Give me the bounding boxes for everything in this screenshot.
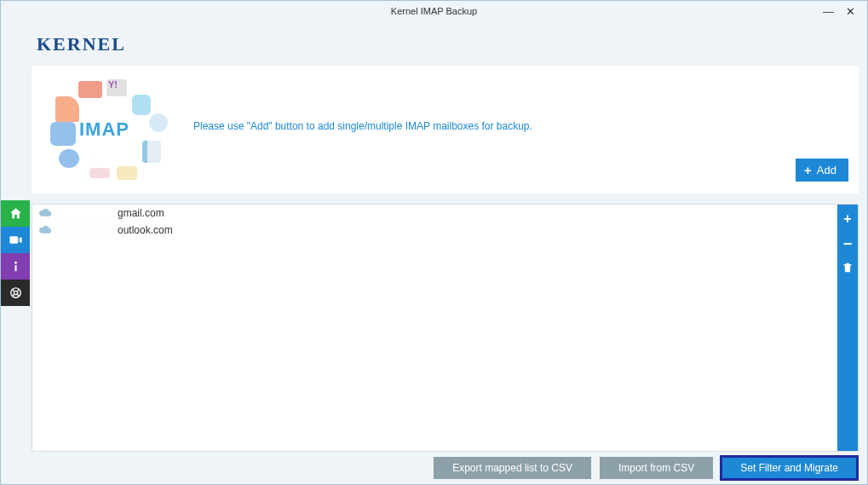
yahoo-badge-icon: Y! [106, 79, 127, 96]
side-toolbar [1, 21, 30, 484]
import-csv-button[interactable]: Import from CSV [600, 457, 713, 479]
trash-icon[interactable] [842, 262, 854, 277]
list-action-bar: + − [837, 205, 858, 451]
hero-illustration: Y! IMAP [40, 74, 172, 185]
cloud-icon [39, 207, 51, 219]
cloud-icon [39, 224, 51, 236]
mailbox-list-panel: gmail.com outlook.com + − [32, 204, 859, 452]
home-icon [9, 206, 23, 221]
video-icon [9, 233, 23, 247]
main-area: KERNEL Y! IMAP Please use "Add" button t… [1, 21, 867, 484]
aws-badge-icon [117, 166, 137, 180]
hero-panel: Y! IMAP Please use "Add" button to add s… [32, 66, 859, 193]
hero-instruction: Please use "Add" button to add single/mu… [193, 120, 532, 132]
onedrive-badge-icon [59, 149, 79, 168]
set-filter-migrate-button[interactable]: Set Filter and Migrate [721, 457, 857, 479]
mail-app-badge-icon [89, 168, 110, 178]
plus-icon: + [804, 164, 812, 176]
window-controls: — ✕ [823, 5, 867, 18]
cloud-badge-icon [132, 95, 151, 115]
svg-point-3 [14, 291, 17, 294]
mail-badge-icon [55, 96, 79, 122]
list-item[interactable]: gmail.com [32, 205, 837, 222]
list-add-icon[interactable]: + [843, 211, 851, 227]
life-ring-icon [9, 286, 23, 300]
close-button[interactable]: ✕ [846, 5, 855, 18]
imap-label: IMAP [79, 118, 129, 141]
redacted-username [56, 208, 112, 218]
title-bar: Kernel IMAP Backup — ✕ [1, 1, 867, 21]
mailbox-domain: gmail.com [118, 207, 164, 219]
content-column: KERNEL Y! IMAP Please use "Add" button t… [30, 21, 867, 484]
svg-rect-1 [14, 265, 16, 271]
brand-logo: KERNEL [32, 21, 859, 66]
info-button[interactable] [1, 253, 30, 280]
list-remove-icon[interactable]: − [843, 235, 853, 253]
footer-bar: Export mapped list to CSV Import from CS… [32, 452, 859, 479]
svg-point-0 [14, 262, 17, 264]
info-icon [9, 259, 23, 274]
mailbox-domain: outlook.com [118, 224, 173, 236]
home-button[interactable] [1, 200, 30, 227]
exchange-badge-icon [142, 141, 161, 163]
gmail-badge-icon [78, 81, 102, 98]
window-title: Kernel IMAP Backup [391, 6, 477, 16]
help-button[interactable] [1, 280, 30, 306]
minimize-button[interactable]: — [823, 5, 834, 18]
add-button[interactable]: + Add [796, 159, 848, 182]
export-csv-button[interactable]: Export mapped list to CSV [434, 457, 591, 479]
add-button-label: Add [817, 164, 836, 176]
video-button[interactable] [1, 227, 30, 253]
mailbox-list: gmail.com outlook.com [32, 205, 837, 451]
groupwise-badge-icon [149, 113, 168, 132]
outlook-badge-icon [50, 122, 76, 146]
redacted-username [56, 225, 112, 235]
list-item[interactable]: outlook.com [32, 222, 837, 239]
